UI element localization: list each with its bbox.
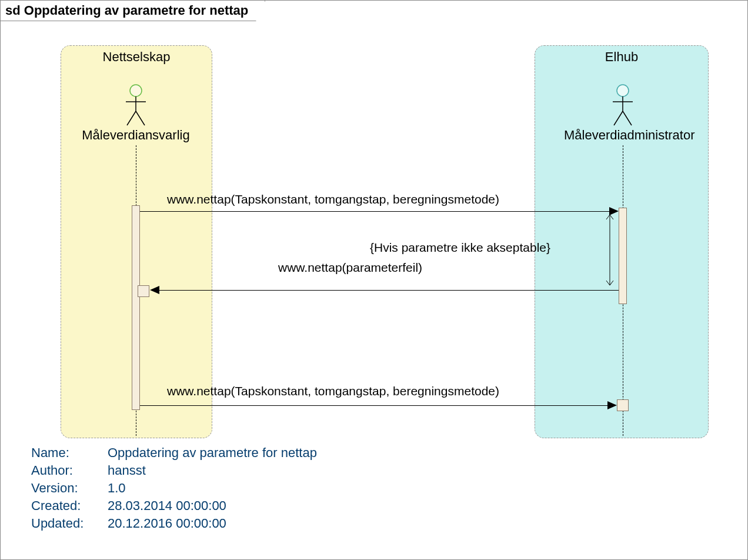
actor-icon (124, 84, 148, 126)
message-1-label: www.nettap(Tapskonstant, tomgangstap, be… (167, 192, 499, 206)
actor-left: Måleverdiansvarlig (77, 84, 195, 143)
duration-constraint-label: {Hvis parametre ikke akseptable} (370, 241, 550, 255)
message-2-label: www.nettap(parameterfeil) (278, 261, 422, 275)
meta-author-value: hansst (108, 463, 146, 478)
meta-version-value: 1.0 (108, 481, 126, 496)
svg-point-5 (617, 85, 629, 96)
message-3-label: www.nettap(Tapskonstant, tomgangstap, be… (167, 384, 499, 398)
activation-left (132, 205, 140, 410)
sequence-diagram-frame: sd Oppdatering av parametre for nettap N… (0, 0, 748, 560)
meta-name-label: Name: (31, 445, 108, 461)
meta-version-label: Version: (31, 481, 108, 496)
duration-constraint-bracket (602, 211, 618, 289)
svg-line-3 (127, 111, 136, 125)
meta-created-value: 28.03.2014 00:00:00 (108, 498, 226, 514)
frame-title: sd Oppdatering av parametre for nettap (1, 1, 265, 21)
actor-left-label: Måleverdiansvarlig (77, 128, 195, 143)
actor-right: Måleverdiadministrator (564, 84, 682, 143)
frame-prefix: sd (5, 3, 21, 18)
frame-title-text: Oppdatering av parametre for nettap (24, 3, 248, 18)
svg-line-4 (136, 111, 145, 125)
meta-name-value: Oppdatering av parametre for nettap (108, 445, 317, 461)
swimlane-elhub-title: Elhub (535, 46, 708, 65)
actor-icon (611, 84, 635, 126)
svg-line-8 (614, 111, 623, 125)
diagram-metadata: Name: Oppdatering av parametre for netta… (31, 445, 317, 534)
activation-end-box-right (617, 399, 629, 411)
message-3-arrow (607, 401, 617, 409)
message-1-line (140, 211, 610, 212)
message-2-arrow (150, 286, 159, 294)
meta-created-label: Created: (31, 498, 108, 514)
swimlane-nettselskap-title: Nettselskap (61, 46, 212, 65)
svg-point-0 (130, 85, 142, 96)
svg-line-9 (623, 111, 632, 125)
activation-right (619, 208, 627, 304)
meta-updated-value: 20.12.2016 00:00:00 (108, 516, 226, 531)
message-2-line (158, 290, 619, 291)
actor-right-label: Måleverdiadministrator (564, 128, 682, 143)
activation-end-box-left (138, 285, 149, 297)
meta-updated-label: Updated: (31, 516, 108, 531)
meta-author-label: Author: (31, 463, 108, 478)
message-3-line (140, 405, 607, 406)
